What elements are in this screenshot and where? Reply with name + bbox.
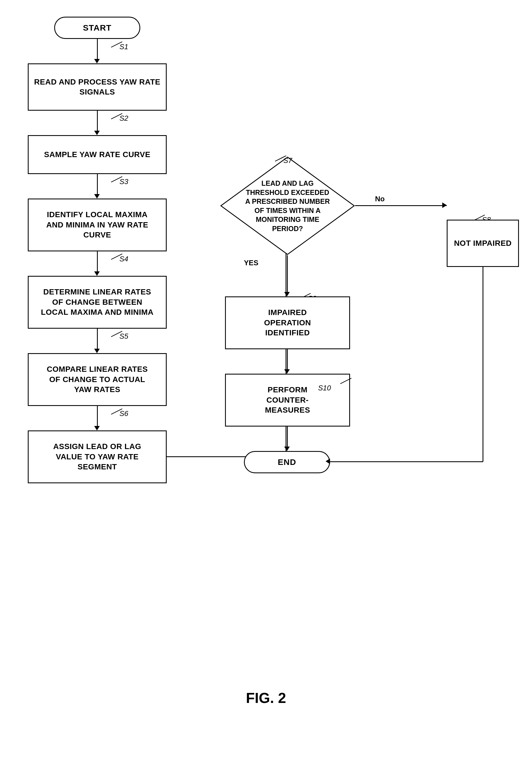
arrow-s2-s3 xyxy=(97,174,98,196)
s3-box: IDENTIFY LOCAL MAXIMAAND MINIMA IN YAW R… xyxy=(28,198,167,251)
arrowhead-s10-end xyxy=(284,447,290,451)
arrow-s4-s5 xyxy=(97,329,98,351)
tick-s3 xyxy=(108,175,125,183)
arrow-no-right xyxy=(355,205,447,206)
s2-box: SAMPLE YAW RATE CURVE xyxy=(28,135,167,174)
s4-box: DETERMINE LINEAR RATESOF CHANGE BETWEENL… xyxy=(28,276,167,329)
tick-s10 xyxy=(337,377,354,385)
arrowhead-s8-end xyxy=(325,459,330,464)
arrow-s8-down xyxy=(483,267,484,462)
arrowhead-s5-s6 xyxy=(94,426,100,430)
svg-line-4 xyxy=(111,331,122,337)
arrowhead-no xyxy=(442,202,447,208)
step-label-s10: S10 xyxy=(318,384,331,392)
s6-label: ASSIGN LEAD OR LAGVALUE TO YAW RATESEGME… xyxy=(53,442,141,472)
svg-line-3 xyxy=(111,254,122,260)
yes-label: YES xyxy=(244,259,258,267)
svg-line-2 xyxy=(111,176,122,182)
end-label: END xyxy=(278,457,296,467)
arrow-start-s1 xyxy=(97,39,98,61)
s5-label: COMPARE LINEAR RATESOF CHANGE TO ACTUALY… xyxy=(47,364,148,394)
s1-label: READ AND PROCESS YAW RATE SIGNALS xyxy=(29,77,166,97)
arrowhead-s3-s4 xyxy=(94,272,100,276)
svg-line-1 xyxy=(111,113,122,119)
svg-line-5 xyxy=(111,409,122,414)
end-node: END xyxy=(244,451,330,473)
s8-label: NOT IMPAIRED xyxy=(454,238,512,248)
start-node: START xyxy=(54,17,140,39)
s1-box: READ AND PROCESS YAW RATE SIGNALS xyxy=(28,63,167,111)
arrowhead-s2-s3 xyxy=(94,194,100,198)
tick-s2 xyxy=(108,112,125,120)
s5-box: COMPARE LINEAR RATESOF CHANGE TO ACTUALY… xyxy=(28,353,167,406)
arrow-s1-s2 xyxy=(97,111,98,133)
arrow-s5-s6 xyxy=(97,406,98,428)
no-label: No xyxy=(375,195,385,203)
s2-label: SAMPLE YAW RATE CURVE xyxy=(44,150,150,160)
arrow-s3-s4 xyxy=(97,251,98,273)
s8-box: NOT IMPAIRED xyxy=(447,220,519,267)
arrowhead-start-s1 xyxy=(94,59,100,63)
arrowhead-s4-s5 xyxy=(94,349,100,353)
s9-label: IMPAIREDOPERATIONIDENTIFIED xyxy=(264,307,311,338)
s7-label: LEAD AND LAGTHRESHOLD EXCEEDEDA PRESCRIB… xyxy=(236,179,339,233)
arrow-s9-s10 xyxy=(287,349,288,372)
arrow-s8-left xyxy=(329,461,483,462)
s10-label: PERFORMCOUNTER-MEASURES xyxy=(265,385,310,415)
svg-line-7 xyxy=(275,156,286,161)
tick-s1 xyxy=(108,40,125,49)
flowchart-diagram: START S1 READ AND PROCESS YAW RATE SIGNA… xyxy=(0,0,532,723)
s6-box: ASSIGN LEAD OR LAGVALUE TO YAW RATESEGME… xyxy=(28,430,167,483)
arrowhead-s1-s2 xyxy=(94,131,100,135)
s10-box: PERFORMCOUNTER-MEASURES xyxy=(225,374,350,427)
tick-s5 xyxy=(108,330,125,338)
s4-label: DETERMINE LINEAR RATESOF CHANGE BETWEENL… xyxy=(41,287,154,317)
arrowhead-s9-s10 xyxy=(284,369,290,374)
tick-s6 xyxy=(108,407,125,416)
s3-label: IDENTIFY LOCAL MAXIMAAND MINIMA IN YAW R… xyxy=(46,210,148,240)
tick-s7 xyxy=(272,154,289,163)
figure-label: FIG. 2 xyxy=(0,690,532,706)
start-label: START xyxy=(83,23,112,33)
s7-diamond: LEAD AND LAGTHRESHOLD EXCEEDEDA PRESCRIB… xyxy=(220,156,356,256)
s9-box: IMPAIREDOPERATIONIDENTIFIED xyxy=(225,296,350,349)
svg-line-9 xyxy=(340,378,351,384)
arrow-s10-end xyxy=(287,427,288,449)
arrowhead-yes xyxy=(284,292,290,296)
tick-s4 xyxy=(108,253,125,261)
svg-line-0 xyxy=(111,42,122,47)
arrow-yes-down xyxy=(287,255,288,294)
